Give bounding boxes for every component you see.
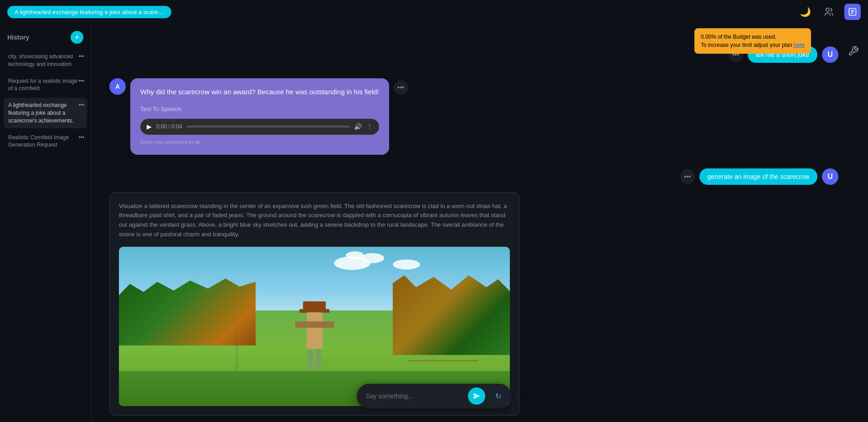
scarecrow-body (307, 312, 323, 349)
sidebar: History + city, showcasing advanced tech… (0, 24, 91, 422)
audio-play-button[interactable]: ▶ (147, 123, 152, 130)
assistant-joke-row: A Why did the scarecrow win an award? Be… (109, 78, 838, 155)
sidebar-item-4[interactable]: Realistic Cornfield Image Generation Req… (4, 130, 87, 153)
sidebar-item-2[interactable]: Request for a realistic image of a cornf… (4, 74, 87, 97)
chat-area: ••• tell me a short joke U 0.00% of the … (109, 33, 838, 422)
chat-input[interactable] (366, 392, 463, 400)
audio-volume-button[interactable]: 🔊 (354, 123, 362, 130)
scarecrow-leg-left (308, 350, 313, 370)
sidebar-item-2-dots[interactable]: ••• (78, 77, 84, 85)
cloud-3 (393, 259, 420, 269)
scarecrow-legs (296, 350, 333, 370)
scarecrow (296, 301, 333, 374)
tools-icon[interactable] (848, 46, 859, 59)
image-gen-section: Visualize a tattered scarecrow standing … (109, 192, 519, 416)
user-avatar-1: U (822, 46, 838, 63)
msg-2-dots[interactable]: ••• (680, 169, 695, 184)
top-bar: A lighthearted exchange featuring a joke… (0, 0, 868, 24)
history-label: History (7, 34, 29, 41)
budget-link[interactable]: here (794, 42, 805, 48)
audio-progress-bar[interactable] (187, 126, 349, 127)
conversation-title: A lighthearted exchange featuring a joke… (7, 6, 171, 18)
image-description: Visualize a tattered scarecrow standing … (119, 202, 510, 239)
scarecrow-hat (303, 301, 326, 310)
budget-area: ••• tell me a short joke U 0.00% of the … (109, 33, 838, 42)
users-button[interactable] (821, 4, 837, 20)
user-avatar-2: U (822, 168, 838, 185)
user-bubble-2: generate an image of the scarecrow (699, 168, 817, 185)
assistant-avatar-1: A (109, 78, 126, 95)
top-bar-icons: 🌙 (797, 4, 861, 20)
sidebar-item-4-dots[interactable]: ••• (78, 134, 84, 142)
send-button[interactable] (468, 387, 485, 405)
audio-player: ▶ 0:00 / 0:04 🔊 ⋮ (140, 119, 379, 135)
sidebar-item-3[interactable]: A lighthearted exchange featuring a joke… (4, 98, 87, 128)
joke-text: Why did the scarecrow win an award? Beca… (140, 86, 379, 97)
audio-time: 0:00 / 0:04 (156, 122, 182, 131)
assistant-msg-1-dots[interactable]: ••• (394, 80, 408, 95)
notes-button[interactable] (844, 4, 861, 20)
main-content: ••• tell me a short joke U 0.00% of the … (91, 24, 868, 422)
svg-point-0 (826, 8, 829, 11)
cloud-4 (346, 251, 364, 259)
input-bar: ↻ (357, 384, 512, 408)
cloud-2 (361, 253, 384, 263)
sidebar-item-3-dots[interactable]: ••• (78, 102, 84, 109)
fence-line (408, 360, 478, 361)
tts-label: Text To Speech: (140, 105, 379, 114)
new-chat-button[interactable]: + (71, 31, 83, 44)
sidebar-item-1[interactable]: city, showcasing advanced technology and… (4, 49, 87, 72)
sidebar-header: History + (4, 29, 87, 49)
audio-more-button[interactable]: ⋮ (366, 123, 373, 130)
path-line (236, 307, 237, 371)
user-msg-row-2: ••• generate an image of the scarecrow U (109, 168, 838, 185)
dark-mode-button[interactable]: 🌙 (797, 4, 813, 20)
refresh-button[interactable]: ↻ (490, 387, 507, 405)
scarecrow-leg-right (316, 350, 321, 370)
budget-tooltip: 0.00% of the Budget was used. To increas… (694, 28, 811, 54)
audio-caption: Audio was generated by AI (140, 138, 379, 147)
joke-bubble: Why did the scarecrow win an award? Beca… (130, 78, 389, 155)
generated-image (119, 247, 510, 406)
bottom-spacer (109, 416, 838, 422)
sidebar-item-1-dots[interactable]: ••• (78, 53, 84, 61)
